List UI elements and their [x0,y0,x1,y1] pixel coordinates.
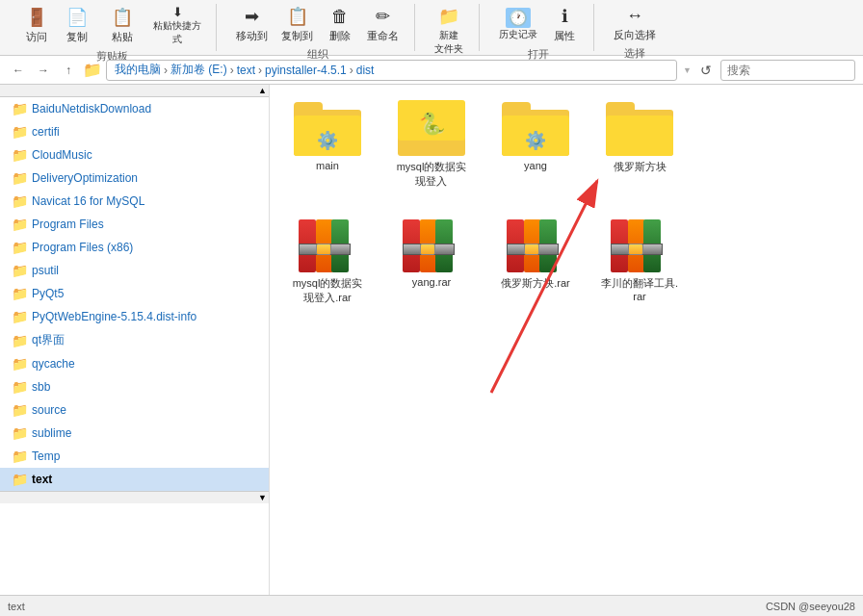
toolbar-group-organize: ➡ 移动到 📋 复制到 🗑 删除 ✏ 重命名 组织 [221,4,415,51]
folder-mysql-icon: 🐍 [398,100,465,156]
forward-button[interactable]: → [33,60,54,81]
back-button[interactable]: ← [8,60,29,81]
archive-mysql-label: mysql的数据实现登入.rar [293,276,363,305]
path-drive[interactable]: 新加卷 (E:) [170,62,227,78]
select-buttons: ↔ 反向选择 [608,4,662,44]
folder-mysql-label: mysql的数据实现登入 [397,160,467,189]
sidebar-item-psutil[interactable]: 📁 psutil [0,259,269,282]
sidebar-item-sublime[interactable]: 📁 sublime [0,422,269,445]
props-icon: ℹ [562,6,568,27]
rar-mysql-icon [299,210,356,272]
props-button[interactable]: ℹ 属性 [545,4,584,45]
folder-icon: 📁 [12,217,28,232]
main-layout: ▲ 📁 BaiduNetdiskDownload 📁 certifi 📁 Clo… [0,85,863,595]
address-bar: ← → ↑ 📁 我的电脑 › 新加卷 (E:) › text › pyinsta… [0,56,863,85]
history-button[interactable]: 🕐 历史记录 [493,6,543,43]
archive-lichuan-label: 李川的翻译工具.rar [601,276,678,302]
sidebar-item-certifi[interactable]: 📁 certifi [0,120,269,143]
folder-yang[interactable]: ⚙️ yang [487,94,584,194]
new-folder-icon: 📁 [438,6,459,27]
paste-button[interactable]: 📋 粘贴 [98,5,146,46]
sidebar-scroll-up[interactable]: ▲ [0,85,269,97]
folder-icon: 📁 [12,379,28,395]
reverse-select-icon: ↔ [626,6,643,26]
sidebar: ▲ 📁 BaiduNetdiskDownload 📁 certifi 📁 Clo… [0,85,270,595]
copy-button[interactable]: 📄 复制 [58,5,96,46]
paste-quick-button[interactable]: ⬇ 粘贴快捷方式 [148,4,206,47]
folder-icon: 📁 [12,240,28,255]
archive-yang-label: yang.rar [412,276,451,288]
sidebar-item-BaiduNetdiskDownload[interactable]: 📁 BaiduNetdiskDownload [0,97,269,120]
content-area: ⚙️ main 🐍 mysql的数据实现登入 [270,85,863,595]
folder-icon: 📁 [12,147,28,163]
folder-icon: 📁 [12,193,28,209]
access-icon: 🚪 [26,7,47,28]
folder-icon: 📁 [12,170,28,186]
move-to-icon: ➡ [245,6,259,27]
folder-icon: 📁 [12,425,28,441]
path-text[interactable]: text [237,64,255,77]
folder-yang-icon: ⚙️ [502,100,569,156]
archive-grid: mysql的数据实现登入.rar yang.rar [279,204,853,311]
folder-russian[interactable]: 俄罗斯方块 [591,94,688,194]
rename-button[interactable]: ✏ 重命名 [361,4,405,45]
folder-icon: 📁 [12,356,28,372]
up-button[interactable]: ↑ [58,60,79,81]
folder-icon: 📁 [12,402,28,418]
sidebar-item-text[interactable]: 📁 text [0,468,269,491]
reverse-select-button[interactable]: ↔ 反向选择 [608,4,662,44]
sidebar-item-PyQtWebEngine[interactable]: 📁 PyQtWebEngine-5.15.4.dist-info [0,305,269,328]
folder-mysql[interactable]: 🐍 mysql的数据实现登入 [383,94,480,194]
sidebar-item-Navicat16MySQL[interactable]: 📁 Navicat 16 for MySQL [0,190,269,213]
rename-icon: ✏ [376,6,390,27]
folder-icon: 📁 [12,286,28,301]
sidebar-item-ProgramFilesX86[interactable]: 📁 Program Files (x86) [0,236,269,259]
folder-icon: 📁 [12,101,28,116]
path-dropdown-icon[interactable]: ▼ [683,65,692,75]
folder-main[interactable]: ⚙️ main [279,94,376,194]
sidebar-item-Temp[interactable]: 📁 Temp [0,445,269,468]
paste-quick-icon: ⬇ [172,5,183,19]
clipboard-buttons: 🚪 访问 📄 复制 📋 粘贴 ⬇ 粘贴快捷方式 [17,4,206,47]
sidebar-scroll-down[interactable]: ▼ [0,491,269,503]
sidebar-item-qt[interactable]: 📁 qt界面 [0,328,269,352]
status-right: CSDN @seeyou28 [766,601,855,612]
copy-to-button[interactable]: 📋 复制到 [275,4,319,45]
folder-russian-icon [606,100,673,156]
paste-icon: 📋 [112,7,133,28]
toolbar-group-select: ↔ 反向选择 选择 [598,4,671,51]
refresh-button[interactable]: ↺ [695,60,717,81]
move-to-button[interactable]: ➡ 移动到 [230,4,274,45]
sidebar-item-sbb[interactable]: 📁 sbb [0,375,269,398]
status-bar: text CSDN @seeyou28 [0,595,863,616]
archive-mysql-rar[interactable]: mysql的数据实现登入.rar [279,204,376,311]
folder-main-icon: ⚙️ [294,100,361,156]
folder-nav-icon: 📁 [83,61,102,79]
sidebar-item-source[interactable]: 📁 source [0,398,269,422]
address-path[interactable]: 我的电脑 › 新加卷 (E:) › text › pyinstaller-4.5… [106,60,677,81]
archive-yang-rar[interactable]: yang.rar [383,204,480,311]
path-computer[interactable]: 我的电脑 [115,62,161,78]
folder-icon: 📁 [12,263,28,278]
open-buttons: 🕐 历史记录 ℹ 属性 [493,4,584,45]
path-pyinstaller[interactable]: pyinstaller-4.5.1 [265,64,347,77]
sidebar-item-qycache[interactable]: 📁 qycache [0,352,269,375]
delete-button[interactable]: 🗑 删除 [321,5,359,45]
archive-russian-rar[interactable]: 俄罗斯方块.rar [487,204,584,311]
sidebar-item-ProgramFiles[interactable]: 📁 Program Files [0,213,269,236]
folder-grid: ⚙️ main 🐍 mysql的数据实现登入 [279,94,853,194]
sidebar-item-DeliveryOptimization[interactable]: 📁 DeliveryOptimization [0,167,269,190]
sidebar-item-CloudMusic[interactable]: 📁 CloudMusic [0,143,269,167]
folder-icon: 📁 [12,124,28,140]
rar-lichuan-icon [611,210,668,272]
path-dist[interactable]: dist [356,64,375,77]
select-label: 选择 [624,46,645,61]
delete-icon: 🗑 [331,7,349,27]
organize-buttons: ➡ 移动到 📋 复制到 🗑 删除 ✏ 重命名 [230,4,405,45]
sidebar-item-PyQt5[interactable]: 📁 PyQt5 [0,282,269,305]
search-input[interactable] [720,60,855,81]
new-folder-button[interactable]: 📁 新建文件夹 [429,4,469,58]
access-button[interactable]: 🚪 访问 [17,5,56,46]
archive-lichuan-rar[interactable]: 李川的翻译工具.rar [591,204,688,311]
history-icon: 🕐 [506,8,531,28]
